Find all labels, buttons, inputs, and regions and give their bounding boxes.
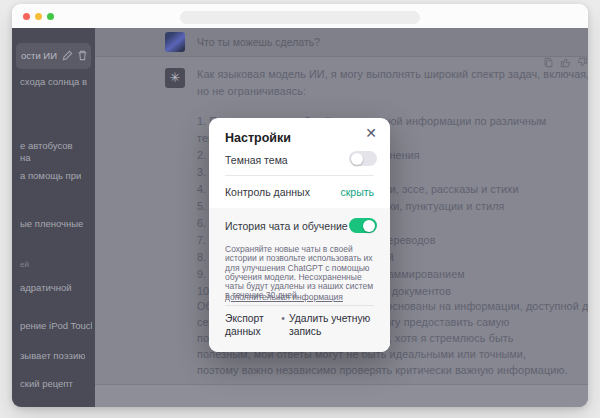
sidebar-item[interactable]: на <box>20 152 31 163</box>
sidebar-item[interactable]: а помощь при <box>20 170 81 181</box>
sidebar-item[interactable]: е автобусов <box>20 140 73 151</box>
chat-history-label: История чата и обучение <box>225 220 348 232</box>
sidebar-item[interactable]: адратичной <box>20 282 72 293</box>
dark-theme-toggle[interactable] <box>349 151 377 166</box>
close-icon[interactable]: ✕ <box>365 126 377 140</box>
sidebar-item[interactable]: рение iPod Touch <box>20 320 92 331</box>
assistant-line: Как языковая модель ИИ, я могу выполнять… <box>197 68 588 80</box>
sidebar-item[interactable]: ые пленочные <box>20 218 83 229</box>
assistant-line: но не ограничиваясь: <box>197 85 306 97</box>
more-info-link[interactable]: дополнительная информация <box>225 292 343 302</box>
chat-history-toggle[interactable] <box>349 218 377 233</box>
message-actions <box>543 57 588 68</box>
chat-input-bar[interactable] <box>95 384 588 407</box>
sidebar-item[interactable]: схода солнца в <box>20 76 87 87</box>
modal-title: Настройки <box>225 131 291 145</box>
zoom-window-button[interactable] <box>47 13 54 20</box>
sidebar-item[interactable]: ский рецепт <box>20 378 73 389</box>
assistant-line: поэтому важно независимо проверять крити… <box>197 364 568 376</box>
data-controls-label: Контроль данных <box>225 186 310 198</box>
copy-icon[interactable] <box>543 57 554 68</box>
sidebar: ости ИИ схода солнца в е автобусов на а … <box>12 28 95 407</box>
divider <box>225 175 374 176</box>
browser-window: ости ИИ схода солнца в е автобусов на а … <box>12 4 588 407</box>
thumbs-up-icon[interactable] <box>560 57 571 68</box>
edit-icon[interactable] <box>61 49 74 62</box>
sidebar-item-label: ости ИИ <box>21 50 57 61</box>
user-message-text: Что ты можешь сделать? <box>197 36 320 48</box>
divider <box>225 305 374 306</box>
user-avatar <box>165 32 185 52</box>
sidebar-item[interactable]: зывает поэзию <box>20 350 85 361</box>
address-bar[interactable] <box>180 11 420 24</box>
history-section: История чата и обучение Сохраняйте новые… <box>209 208 390 352</box>
assistant-avatar: ✳ <box>165 68 185 88</box>
export-data-link[interactable]: Экспорт данных <box>225 312 277 338</box>
chatgpt-app: ости ИИ схода солнца в е автобусов на а … <box>12 28 588 407</box>
minimize-window-button[interactable] <box>35 13 42 20</box>
thumbs-down-icon[interactable] <box>577 57 588 68</box>
delete-account-link[interactable]: Удалить учетную запись <box>289 312 384 338</box>
dark-theme-label: Темная тема <box>225 154 288 166</box>
window-titlebar <box>12 4 588 28</box>
close-window-button[interactable] <box>23 13 30 20</box>
settings-modal: Настройки ✕ Темная тема Контроль данных … <box>209 118 390 352</box>
modal-footer: Экспорт данных • Удалить учетную запись <box>225 312 384 338</box>
sidebar-item-active[interactable]: ости ИИ <box>16 43 91 69</box>
trash-icon[interactable] <box>76 49 89 62</box>
sidebar-section-label: ей <box>20 260 29 269</box>
footer-separator: • <box>277 312 289 338</box>
hide-link[interactable]: скрыть <box>340 186 374 198</box>
